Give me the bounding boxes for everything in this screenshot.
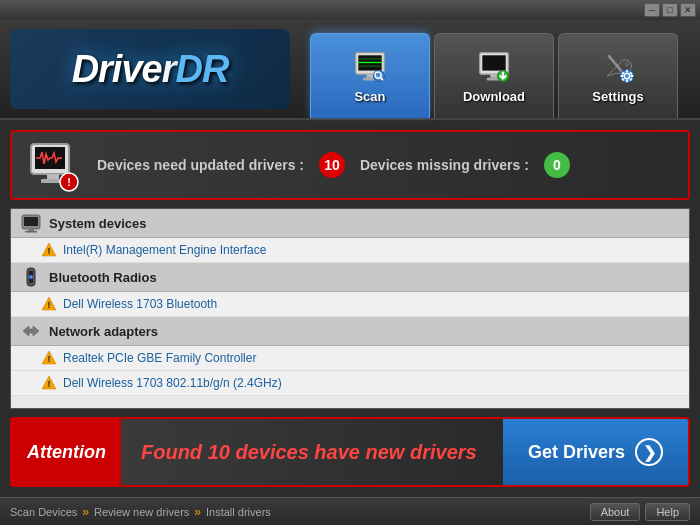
- tab-download[interactable]: Download: [434, 33, 554, 118]
- logo: DriverDR: [10, 29, 290, 109]
- settings-icon: [598, 49, 638, 85]
- svg-rect-22: [631, 75, 634, 77]
- tab-scan-label: Scan: [354, 89, 385, 104]
- warning-icon: !: [41, 296, 57, 312]
- step-arrow-1: »: [82, 505, 89, 519]
- svg-text:!: !: [48, 300, 51, 310]
- devices-missing-label: Devices missing drivers :: [360, 157, 529, 173]
- attention-message: Found 10 devices have new drivers: [121, 419, 503, 485]
- svg-rect-35: [28, 229, 34, 231]
- device-name: Realtek PCIe GBE Family Controller: [63, 351, 256, 365]
- header: DriverDR: [0, 20, 700, 120]
- list-item[interactable]: ! Dell Wireless 1703 Bluetooth: [11, 292, 689, 317]
- app-container: DriverDR: [0, 20, 700, 525]
- device-list-container[interactable]: System devices ! Intel(R) Management Eng…: [10, 208, 690, 409]
- svg-rect-12: [490, 74, 497, 78]
- missing-count-badge: 0: [544, 152, 570, 178]
- footer-step-1: Scan Devices: [10, 506, 77, 518]
- svg-rect-29: [47, 174, 59, 179]
- arrow-circle-icon: ❯: [635, 438, 663, 466]
- bluetooth-icon: [21, 267, 41, 287]
- footer: Scan Devices » Review new drivers » Inst…: [0, 497, 700, 525]
- logo-text: DriverDR: [72, 48, 229, 91]
- attention-message-text: Found 10 devices have new drivers: [141, 441, 477, 464]
- get-drivers-button[interactable]: Get Drivers ❯: [503, 419, 688, 485]
- tab-settings[interactable]: Settings: [558, 33, 678, 118]
- device-name: Dell Wireless 1703 802.11b/g/n (2.4GHz): [63, 376, 282, 390]
- updated-count-badge: 10: [319, 152, 345, 178]
- category-system-devices: System devices: [11, 209, 689, 238]
- svg-text:!: !: [67, 176, 71, 188]
- tab-download-label: Download: [463, 89, 525, 104]
- devices-need-update-label: Devices need updated drivers :: [97, 157, 304, 173]
- category-network-label: Network adapters: [49, 324, 158, 339]
- minimize-button[interactable]: ─: [644, 3, 660, 17]
- attention-label: Attention: [12, 419, 121, 485]
- list-item[interactable]: ! Dell Wireless 1703 802.11b/g/n (2.4GHz…: [11, 371, 689, 396]
- category-system-devices-label: System devices: [49, 216, 147, 231]
- status-monitor-icon: !: [27, 140, 77, 190]
- footer-steps: Scan Devices » Review new drivers » Inst…: [10, 505, 271, 519]
- tab-settings-label: Settings: [592, 89, 643, 104]
- device-list: System devices ! Intel(R) Management Eng…: [11, 209, 689, 396]
- footer-buttons: About Help: [590, 503, 690, 521]
- footer-step-2: Review new drivers: [94, 506, 189, 518]
- system-icon: [21, 213, 41, 233]
- status-bar: ! Devices need updated drivers : 10 Devi…: [10, 130, 690, 200]
- category-network: Network adapters: [11, 317, 689, 346]
- svg-rect-19: [626, 69, 628, 72]
- svg-rect-5: [366, 74, 373, 78]
- close-button[interactable]: ✕: [680, 3, 696, 17]
- category-bluetooth: Bluetooth Radios: [11, 263, 689, 292]
- get-drivers-label: Get Drivers: [528, 442, 625, 463]
- svg-rect-20: [626, 79, 628, 82]
- svg-rect-34: [24, 217, 38, 226]
- warning-icon: !: [41, 242, 57, 258]
- nav-tabs: Scan: [310, 20, 678, 118]
- footer-step-3: Install drivers: [206, 506, 271, 518]
- attention-bar: Attention Found 10 devices have new driv…: [10, 417, 690, 487]
- tab-scan[interactable]: Scan: [310, 33, 430, 118]
- warning-icon: !: [41, 350, 57, 366]
- list-item[interactable]: ! Intel(R) Management Engine Interface: [11, 238, 689, 263]
- svg-text:!: !: [48, 379, 51, 389]
- warning-icon: !: [41, 375, 57, 391]
- svg-text:!: !: [48, 246, 51, 256]
- scan-icon: [350, 49, 390, 85]
- download-icon: [474, 49, 514, 85]
- device-name: Dell Wireless 1703 Bluetooth: [63, 297, 217, 311]
- help-button[interactable]: Help: [645, 503, 690, 521]
- about-button[interactable]: About: [590, 503, 641, 521]
- maximize-button[interactable]: □: [662, 3, 678, 17]
- step-arrow-2: »: [194, 505, 201, 519]
- logo-driver: Driver: [72, 48, 176, 90]
- svg-rect-11: [482, 55, 505, 70]
- svg-rect-21: [621, 75, 624, 77]
- svg-point-41: [29, 275, 33, 279]
- category-bluetooth-label: Bluetooth Radios: [49, 270, 157, 285]
- status-text-group: Devices need updated drivers : 10 Device…: [97, 152, 575, 178]
- svg-rect-36: [25, 231, 37, 233]
- main-content: ! Devices need updated drivers : 10 Devi…: [0, 120, 700, 497]
- network-icon: [21, 321, 41, 341]
- title-bar: ─ □ ✕: [0, 0, 700, 20]
- list-item[interactable]: ! Realtek PCIe GBE Family Controller: [11, 346, 689, 371]
- device-name: Intel(R) Management Engine Interface: [63, 243, 266, 257]
- svg-text:!: !: [48, 354, 51, 364]
